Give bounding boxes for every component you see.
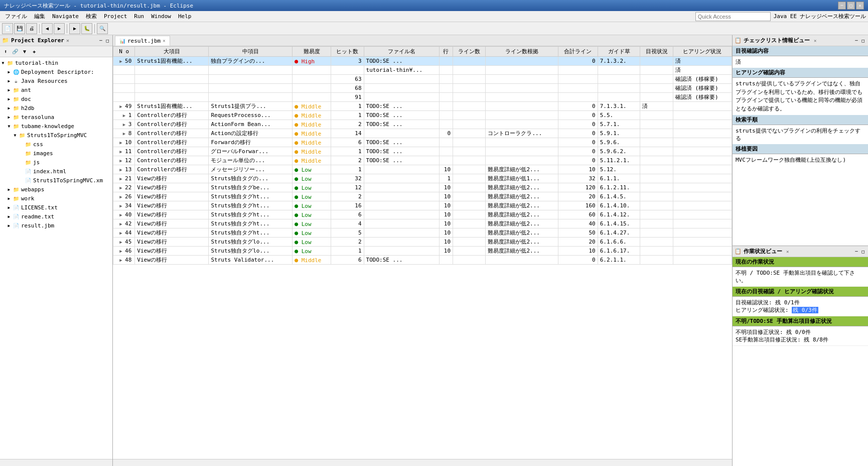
result-tab[interactable]: 📊 result.jbm ✕ [115, 36, 170, 46]
menu-run[interactable]: Run [131, 12, 147, 21]
filter-btn[interactable]: ▼ [20, 47, 29, 56]
row-expand[interactable]: ▶ [119, 212, 125, 217]
row-expand[interactable]: ▶ [119, 176, 125, 181]
tree-item[interactable]: ▶ 📁 ant [0, 85, 112, 94]
row-expand[interactable]: ▶ [119, 104, 125, 109]
table-scrollbar[interactable] [113, 459, 732, 466]
toolbar-save[interactable]: 💾 [14, 23, 25, 34]
row-expand[interactable]: ▶ [119, 258, 125, 263]
table-row[interactable]: ▶ 1 Controllerの移行 RequestProcesso... ● M… [113, 111, 732, 120]
row-expand[interactable]: ▶ [119, 230, 125, 236]
tree-item[interactable]: 📁 images [0, 149, 112, 158]
table-row[interactable]: ▶ 11 Controllerの移行 グローバルForwar... ● Midd… [113, 147, 732, 156]
row-expand[interactable]: ▶ [119, 203, 125, 208]
tree-item[interactable]: ▶ 📄 result.jbm [0, 221, 112, 230]
row-expand[interactable]: ▶ [123, 122, 128, 127]
menu-help[interactable]: Help [175, 12, 195, 21]
tree-item[interactable]: ▶ 📁 webapps [0, 185, 112, 194]
tree-item[interactable]: 📄 index.html [0, 167, 112, 176]
table-row[interactable]: ▶ 22 Viewの移行 Struts独自タグbe... ● Low 12 10… [113, 183, 732, 192]
toolbar-back[interactable]: ◀ [42, 23, 53, 34]
table-row[interactable]: 63 確認済 (移稼要) [113, 75, 732, 84]
table-row[interactable]: ▶ 26 Viewの移行 Struts独自タグht... ● Low 2 10 … [113, 192, 732, 201]
tree-item[interactable]: ▼ 📁 tutorial-thin [0, 58, 112, 67]
toolbar-debug[interactable]: 🐛 [81, 23, 92, 34]
table-row[interactable]: ▶ 49 Struts1固有機能... Struts1提供プラ... ● Mid… [113, 102, 732, 111]
row-expand[interactable]: ▶ [119, 149, 125, 154]
tree-item[interactable]: 📁 css [0, 140, 112, 149]
table-row[interactable]: ▶ 12 Controllerの移行 モジュール単位の... ● Middle … [113, 156, 732, 165]
close-button[interactable]: ✕ [856, 2, 864, 10]
tree-item[interactable]: ▶ ☕ Java Resources [0, 76, 112, 85]
row-expand[interactable]: ▶ [123, 131, 128, 136]
row-expand[interactable]: ▶ [119, 167, 125, 172]
row-expand[interactable]: ▶ [119, 140, 125, 145]
row-expand[interactable]: ▶ [119, 249, 125, 254]
menu-project[interactable]: Project [101, 12, 130, 21]
checklist-max-btn[interactable]: □ [860, 38, 866, 44]
table-row[interactable]: ▶ 13 Controllerの移行 メッセージリソー... ● Low 1 1… [113, 165, 732, 174]
menu-edit[interactable]: 編集 [31, 12, 48, 21]
row-expand[interactable]: ▶ [119, 185, 125, 190]
minimize-button[interactable]: ─ [838, 2, 846, 10]
table-row[interactable]: 68 確認済 (移稼要) [113, 84, 732, 93]
maximize-panel-btn[interactable]: □ [105, 38, 110, 44]
tree-item[interactable]: ▶ 🌐 Deployment Descriptor: [0, 67, 112, 76]
table-row[interactable]: ▶ 45 Viewの移行 Struts独自タグlo... ● Low 2 10 … [113, 238, 732, 247]
row-expand[interactable]: ▶ [119, 158, 125, 163]
new-btn[interactable]: ✚ [30, 47, 39, 56]
checklist-scroll[interactable]: 目視確認内容 済 ヒアリング確認内容 strutsが提供しているプラグインではな… [733, 46, 868, 246]
toolbar-search[interactable]: 🔍 [97, 23, 108, 34]
checklist-min-btn[interactable]: ─ [853, 38, 859, 44]
tree-item[interactable]: 📄 Struts1ToSpringMVC.xm [0, 176, 112, 185]
table-row[interactable]: ▶ 48 Viewの移行 Struts Validator... ● Middl… [113, 256, 732, 265]
table-row[interactable]: tutorial-thin¥... 済 [113, 66, 732, 75]
toolbar-print[interactable]: 🖨 [26, 23, 37, 34]
tree-item[interactable]: ▶ 📁 terasoluna [0, 112, 112, 122]
tree-item[interactable]: ▼ 📁 tubame-knowledge [0, 122, 112, 131]
table-row[interactable]: ▶ 8 Controllerの移行 Actionの設定移行 ● Middle 1… [113, 129, 732, 138]
table-row[interactable]: ▶ 40 Viewの移行 Struts独自タグht... ● Low 6 10 … [113, 210, 732, 219]
table-row[interactable]: ▶ 10 Controllerの移行 Forwardの移行 ● Middle 6… [113, 138, 732, 147]
menu-window[interactable]: Window [148, 12, 174, 21]
menu-navigate[interactable]: Navigate [49, 12, 82, 21]
toolbar-new[interactable]: 📄 [2, 23, 13, 34]
table-row[interactable]: 91 確認済 (移稼要) [113, 93, 732, 102]
collapse-all-btn[interactable]: ⬆ [1, 47, 10, 56]
table-row[interactable]: ▶ 46 Viewの移行 Struts独自タグlo... ● Low 1 10 … [113, 247, 732, 256]
row-expand[interactable]: ▶ [119, 194, 125, 199]
toolbar-run[interactable]: ▶ [69, 23, 80, 34]
work-status-max-btn[interactable]: □ [860, 249, 866, 255]
maximize-button[interactable]: □ [847, 2, 855, 10]
quick-access-input[interactable] [695, 12, 771, 21]
tree-item[interactable]: 📁 js [0, 158, 112, 167]
link-editor-btn[interactable]: 🔗 [11, 47, 20, 56]
menu-search[interactable]: 検索 [83, 12, 100, 21]
table-row[interactable]: ▶ 3 Controllerの移行 ActionForm Bean... ● M… [113, 120, 732, 129]
table-row[interactable]: ▶ 50 Struts1固有機能... 独自プラグインの... ● High 3… [113, 57, 732, 66]
table-row[interactable]: ▶ 42 Viewの移行 Struts独自タグht... ● Low 4 10 … [113, 219, 732, 228]
minimize-panel-btn[interactable]: ─ [98, 38, 103, 44]
toolbar-fwd[interactable]: ▶ [54, 23, 65, 34]
work-status-min-btn[interactable]: ─ [853, 249, 859, 255]
tree-item[interactable]: ▼ 📁 Struts1ToSpringMVC [0, 131, 112, 140]
checklist-close[interactable]: ✕ [814, 38, 816, 43]
row-expand[interactable]: ▶ [119, 240, 125, 245]
table-container[interactable]: N o 大項目 中項目 難易度 ヒット数 ファイル名 行 ライン数 ライン数根拠… [113, 46, 732, 459]
tree-item[interactable]: ▶ 📁 doc [0, 94, 112, 103]
tree-item[interactable]: ▶ 📁 work [0, 194, 112, 203]
table-row[interactable]: ▶ 21 Viewの移行 Struts独自タグの... ● Low 32 1 難… [113, 174, 732, 183]
tree-item[interactable]: ▶ 📄 LICENSE.txt [0, 203, 112, 212]
row-expand[interactable]: ▶ [123, 113, 128, 118]
row-expand[interactable]: ▶ [119, 59, 125, 64]
tree-item[interactable]: ▶ 📄 readme.txt [0, 212, 112, 221]
tree-item[interactable]: ▶ 📁 h2db [0, 103, 112, 112]
work-status-close[interactable]: ✕ [786, 249, 789, 254]
table-row[interactable]: ▶ 34 Viewの移行 Struts独自タグht... ● Low 16 10… [113, 201, 732, 210]
result-tab-close[interactable]: ✕ [163, 38, 165, 43]
row-expand[interactable]: ▶ [119, 221, 125, 226]
menu-file[interactable]: ファイル [2, 12, 30, 21]
table-row[interactable]: ▶ 44 Viewの移行 Struts独自タグht... ● Low 5 10 … [113, 228, 732, 238]
work-status-scroll[interactable]: 現在の作業状況 不明 / TODO:SE 手動算出項目を確認して下さい。 現在の… [733, 257, 868, 466]
project-explorer-scroll[interactable] [0, 459, 112, 466]
